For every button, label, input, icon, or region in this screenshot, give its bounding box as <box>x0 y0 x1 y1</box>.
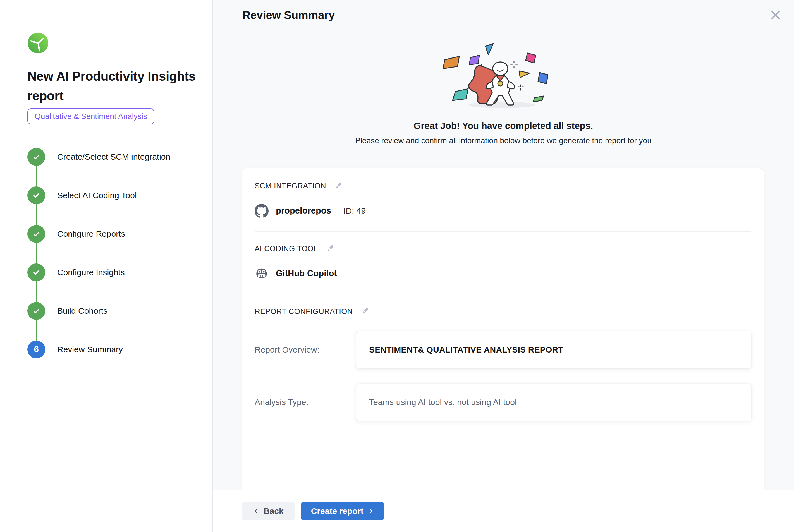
summary-card: SCM INTEGRATION propelorepos ID: 49 AI C… <box>242 168 764 500</box>
report-configuration-label: REPORT CONFIGURATION <box>254 307 353 316</box>
new-report-wizard-window: New AI Productivity Insights report Qual… <box>0 0 794 532</box>
step-done-check-icon <box>27 264 45 281</box>
step-label: Build Cohorts <box>57 306 108 316</box>
step-done-check-icon <box>27 148 45 166</box>
section-divider <box>254 294 751 294</box>
edit-report-configuration-icon[interactable] <box>361 308 369 316</box>
scm-integration-section-header: SCM INTEGRATION <box>254 182 751 190</box>
step-label: Create/Select SCM integration <box>57 152 170 162</box>
back-button[interactable]: Back <box>242 502 295 520</box>
ai-coding-tool-value-row: GitHub Copilot <box>254 267 751 281</box>
section-divider <box>254 231 751 232</box>
step-review-summary[interactable]: 6 Review Summary <box>0 330 212 369</box>
report-overview-label: Report Overview: <box>254 345 356 355</box>
step-configure-insights[interactable]: Configure Insights <box>0 253 212 292</box>
congrats-subtitle: Please review and confirm all informatio… <box>213 136 794 145</box>
step-configure-reports[interactable]: Configure Reports <box>0 215 212 253</box>
celebration-hero-illustration <box>431 41 576 113</box>
step-current-number: 6 <box>27 341 45 358</box>
report-type-badge: Qualitative & Sentiment Analysis <box>27 108 154 125</box>
report-overview-value: SENTIMENT& QUALITATIVE ANALYSIS REPORT <box>356 331 751 368</box>
edit-scm-integration-icon[interactable] <box>334 182 342 190</box>
chevron-right-icon <box>367 508 374 514</box>
create-report-button-label: Create report <box>311 506 363 516</box>
back-button-label: Back <box>264 506 284 516</box>
report-overview-row: Report Overview: SENTIMENT& QUALITATIVE … <box>254 331 751 368</box>
scm-integration-value-row: propelorepos ID: 49 <box>254 204 751 218</box>
close-icon[interactable] <box>768 7 783 23</box>
wizard-steps: Create/Select SCM integration Select AI … <box>0 138 212 369</box>
step-done-check-icon <box>27 187 45 204</box>
github-icon <box>254 204 269 218</box>
review-summary-panel: Review Summary <box>213 0 794 532</box>
step-label: Select AI Coding Tool <box>57 191 137 200</box>
chevron-left-icon <box>253 508 260 514</box>
section-divider <box>254 443 751 443</box>
propelo-logo-icon <box>27 32 49 54</box>
step-done-check-icon <box>27 302 45 320</box>
step-build-cohorts[interactable]: Build Cohorts <box>0 292 212 330</box>
analysis-type-label: Analysis Type: <box>254 397 356 407</box>
wizard-footer: Back Create report <box>213 490 794 532</box>
wizard-sidebar: New AI Productivity Insights report Qual… <box>0 0 213 532</box>
create-report-button[interactable]: Create report <box>301 502 384 520</box>
wizard-title: New AI Productivity Insights report <box>27 66 196 106</box>
analysis-type-value: Teams using AI tool vs. not using AI too… <box>356 383 751 421</box>
step-label: Review Summary <box>57 345 123 354</box>
scm-integration-name: propelorepos <box>276 206 331 216</box>
step-label: Configure Reports <box>57 229 125 239</box>
ai-coding-tool-name: GitHub Copilot <box>276 268 337 279</box>
step-select-ai-coding-tool[interactable]: Select AI Coding Tool <box>0 176 212 215</box>
step-label: Configure Insights <box>57 268 125 277</box>
scm-integration-label: SCM INTEGRATION <box>254 182 326 190</box>
ai-coding-tool-section-header: AI CODING TOOL <box>254 245 751 253</box>
step-create-select-scm-integration[interactable]: Create/Select SCM integration <box>0 138 212 176</box>
congrats-block: Great Job! You have completed all steps.… <box>213 0 794 145</box>
scm-integration-id: ID: 49 <box>343 206 366 215</box>
analysis-type-row: Analysis Type: Teams using AI tool vs. n… <box>254 383 751 421</box>
ai-coding-tool-label: AI CODING TOOL <box>254 245 318 253</box>
page-title: Review Summary <box>242 9 335 21</box>
edit-ai-coding-tool-icon[interactable] <box>326 245 334 253</box>
report-configuration-section-header: REPORT CONFIGURATION <box>254 307 751 316</box>
congrats-title: Great Job! You have completed all steps. <box>213 120 794 131</box>
step-done-check-icon <box>27 225 45 243</box>
github-copilot-icon <box>254 267 269 281</box>
